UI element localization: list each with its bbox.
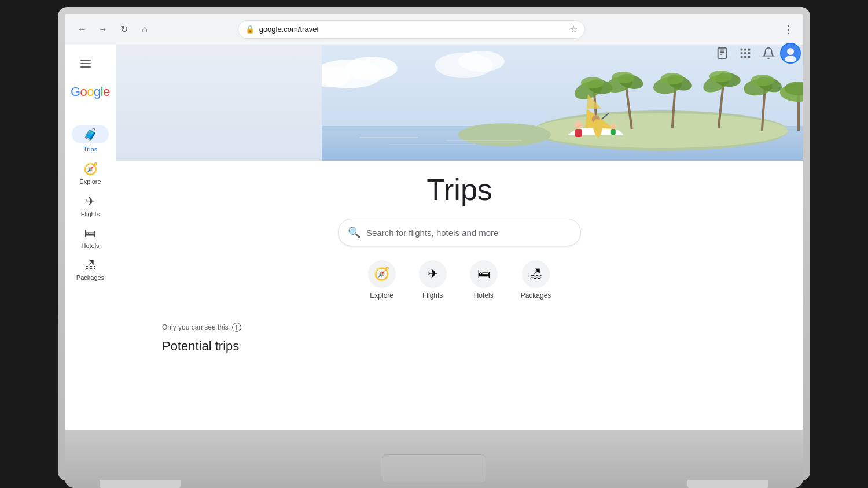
notifications-button[interactable]	[757, 45, 780, 65]
quick-nav-packages[interactable]: 🏖 Packages	[521, 260, 551, 300]
browser-bar: ← → ↻ ⌂ 🔒 google.com/travel ☆ ⋮	[65, 14, 803, 45]
quick-nav-packages-icon: 🏖	[522, 260, 550, 288]
search-placeholder-text: Search for flights, hotels and more	[366, 228, 498, 238]
quick-nav-flights-label: Flights	[422, 291, 443, 300]
quick-nav-flights-icon: ✈	[419, 260, 447, 288]
svg-point-34	[612, 72, 635, 83]
svg-point-50	[575, 121, 583, 129]
sidebar-item-flights[interactable]: ✈ Flights	[69, 190, 111, 222]
svg-point-25	[534, 113, 788, 148]
svg-rect-4	[741, 49, 743, 51]
quick-nav-explore-label: Explore	[370, 291, 393, 300]
info-section: Only you can see this i Potential trips	[116, 323, 803, 354]
visibility-text: Only you can see this	[162, 323, 229, 331]
hero-section	[116, 45, 803, 161]
top-icons-bar	[701, 45, 803, 68]
search-bar[interactable]: 🔍 Search for flights, hotels and more	[338, 219, 581, 246]
svg-rect-51	[575, 129, 582, 137]
reload-button[interactable]: ↻	[116, 21, 132, 38]
svg-rect-7	[741, 52, 743, 54]
laptop-feet	[65, 480, 803, 488]
svg-rect-11	[744, 56, 746, 58]
svg-rect-8	[744, 52, 746, 54]
home-button[interactable]: ⌂	[137, 21, 153, 38]
hamburger-button[interactable]	[74, 52, 97, 75]
quick-nav-hotels[interactable]: 🛏 Hotels	[470, 260, 498, 300]
hotels-icon: 🛏	[84, 227, 96, 240]
svg-rect-5	[744, 49, 746, 51]
sidebar-item-packages[interactable]: 🏖 Packages	[69, 254, 111, 286]
sidebar-label-hotels: Hotels	[81, 242, 99, 249]
svg-point-46	[751, 75, 774, 86]
visibility-info: Only you can see this i	[162, 323, 757, 332]
quick-nav-hotels-icon: 🛏	[470, 260, 498, 288]
page-main: Trips 🔍 Search for flights, hotels and m…	[116, 45, 803, 430]
search-icon: 🔍	[348, 226, 361, 239]
sidebar-item-hotels[interactable]: 🛏 Hotels	[69, 222, 111, 254]
laptop-bottom	[65, 430, 803, 488]
sidebar-label-packages: Packages	[76, 274, 104, 281]
quick-nav: 🧭 Explore ✈ Flights 🛏 Hotels 🏖	[368, 260, 551, 300]
back-button[interactable]: ←	[74, 21, 90, 38]
laptop-foot-right	[687, 480, 768, 488]
svg-point-42	[709, 71, 733, 82]
quick-nav-explore-icon: 🧭	[368, 260, 396, 288]
sidebar-label-explore: Explore	[79, 178, 101, 185]
quick-nav-hotels-label: Hotels	[474, 291, 494, 300]
quick-nav-packages-label: Packages	[521, 291, 551, 300]
browser-menu-button[interactable]: ⋮	[784, 23, 794, 36]
central-content: Trips 🔍 Search for flights, hotels and m…	[116, 161, 803, 323]
nav-buttons: ← → ↻ ⌂	[74, 21, 153, 38]
page-title: Trips	[426, 172, 492, 207]
trackpad[interactable]	[382, 454, 486, 483]
trips-icon-active: 🧳	[72, 125, 109, 143]
forward-button[interactable]: →	[95, 21, 111, 38]
avatar-button[interactable]	[780, 45, 801, 64]
svg-rect-10	[741, 56, 743, 58]
address-bar[interactable]: 🔒 google.com/travel ☆	[238, 20, 585, 39]
flights-icon: ✈	[86, 194, 95, 208]
sidebar-label-flights: Flights	[81, 210, 100, 217]
avatar	[781, 45, 800, 62]
svg-point-21	[458, 51, 505, 72]
potential-trips-title: Potential trips	[162, 339, 757, 354]
browser-content: Google 🧳 Trips 🧭	[65, 45, 803, 430]
svg-point-26	[458, 123, 551, 146]
svg-point-38	[661, 73, 684, 84]
info-icon[interactable]: i	[232, 323, 241, 332]
laptop-foot-left	[100, 480, 181, 488]
quick-nav-flights[interactable]: ✈ Flights	[419, 260, 447, 300]
sidebar-item-trips[interactable]: 🧳 Trips	[69, 120, 111, 157]
hamburger-icon	[80, 60, 91, 68]
svg-point-54	[610, 123, 616, 129]
svg-point-18	[345, 57, 398, 80]
lock-icon: 🔒	[245, 25, 255, 34]
saved-trips-button[interactable]	[711, 45, 734, 65]
bookmark-button[interactable]: ☆	[569, 24, 578, 35]
svg-point-30	[581, 77, 604, 88]
svg-point-14	[787, 48, 794, 55]
google-logo: Google	[71, 84, 110, 99]
url-text: google.com/travel	[259, 25, 565, 34]
packages-icon: 🏖	[84, 258, 96, 272]
sidebar-item-explore[interactable]: 🧭 Explore	[69, 157, 111, 190]
sidebar: Google 🧳 Trips 🧭	[65, 45, 116, 430]
apps-button[interactable]	[734, 45, 757, 65]
svg-rect-9	[748, 52, 751, 54]
trips-icon: 🧳	[83, 127, 98, 141]
explore-icon: 🧭	[83, 162, 98, 176]
quick-nav-explore[interactable]: 🧭 Explore	[368, 260, 396, 300]
sidebar-nav: 🧳 Trips 🧭 Explore ✈ Flights	[65, 120, 116, 286]
svg-rect-55	[611, 129, 616, 135]
svg-rect-12	[748, 56, 751, 58]
sidebar-label-trips: Trips	[83, 146, 97, 153]
svg-rect-6	[748, 49, 751, 51]
